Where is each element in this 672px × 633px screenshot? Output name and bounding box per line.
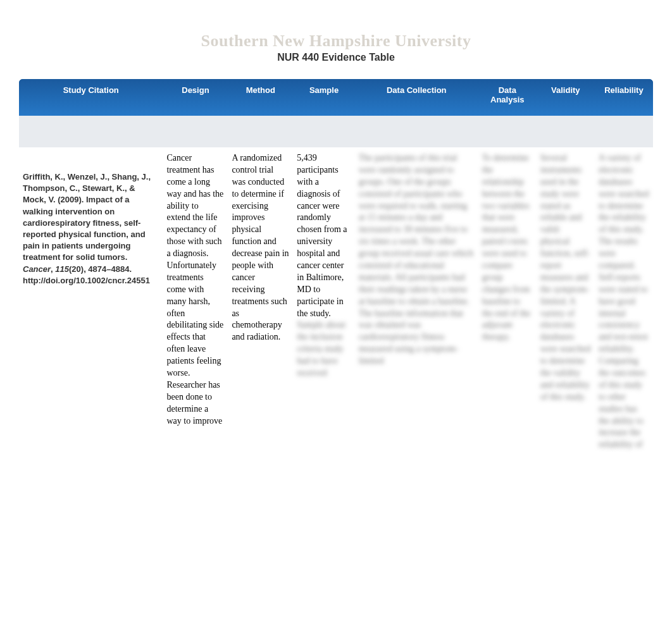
col-header-datacollection: Data Collection: [355, 79, 478, 116]
col-header-reliability: Reliability: [595, 79, 653, 116]
col-header-validity: Validity: [537, 79, 595, 116]
table-data-row: Griffith, K., Wenzel, J., Shang, J., Tho…: [19, 147, 653, 456]
citation-authors: Griffith, K., Wenzel, J., Shang, J., Tho…: [23, 172, 151, 262]
col-header-sample: Sample: [293, 79, 354, 116]
cell-dataanalysis: To determine the relationship between th…: [478, 147, 537, 456]
evidence-table: Study Citation Design Method Sample Data…: [19, 79, 653, 456]
col-header-citation: Study Citation: [19, 79, 163, 116]
cell-validity: Several instruments used in the study we…: [537, 147, 595, 456]
col-header-design: Design: [163, 79, 228, 116]
cell-sample: 5,439 participants with a diagnosis of c…: [293, 147, 354, 456]
cell-method: A randomized control trial was conducted…: [228, 147, 293, 456]
table-spacer-row: [19, 116, 653, 147]
sample-obscured-text: Sample about the inclusion criteria stud…: [297, 320, 345, 378]
evidence-table-wrapper: Study Citation Design Method Sample Data…: [19, 79, 653, 456]
table-header-row: Study Citation Design Method Sample Data…: [19, 79, 653, 116]
document-header: Southern New Hampshire University NUR 44…: [19, 13, 653, 63]
cell-design: Cancer treatment has come a long way and…: [163, 147, 228, 456]
datacollection-obscured-text: The participants of this trial were rand…: [359, 153, 473, 366]
sample-visible-text: 5,439 participants with a diagnosis of c…: [297, 153, 347, 318]
dataanalysis-obscured-text: To determine the relationship between th…: [482, 153, 531, 341]
col-header-method: Method: [228, 79, 293, 116]
col-header-dataanalysis: Data Analysis: [478, 79, 537, 116]
validity-obscured-text: Several instruments used in the study we…: [540, 153, 591, 402]
cell-reliability: A variety of electronic databases were s…: [595, 147, 653, 456]
citation-volume: 115: [55, 264, 69, 274]
watermark-text: Southern New Hampshire University: [19, 32, 653, 51]
cell-citation: Griffith, K., Wenzel, J., Shang, J., Tho…: [19, 147, 163, 456]
page-title: NUR 440 Evidence Table: [19, 52, 653, 63]
citation-journal: Cancer: [23, 264, 51, 274]
reliability-obscured-text: A variety of electronic databases were s…: [599, 153, 649, 449]
cell-datacollection: The participants of this trial were rand…: [355, 147, 478, 456]
